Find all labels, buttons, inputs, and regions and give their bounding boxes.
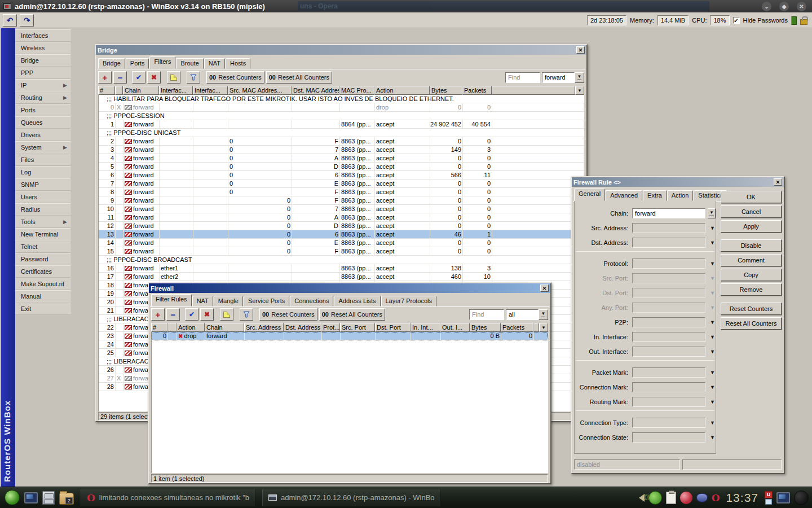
column-header-dst-mac-addres[interactable]: Dst. MAC Addres... xyxy=(292,86,339,95)
sidebar-item-exit[interactable]: Exit xyxy=(15,303,70,315)
apply-button[interactable]: Apply xyxy=(721,220,782,233)
dropdown-arrow-icon[interactable]: ▼ xyxy=(710,290,715,296)
tab-action[interactable]: Action xyxy=(667,190,694,201)
power-mini-icon[interactable]: U xyxy=(765,491,773,498)
field-input-src-port[interactable] xyxy=(632,273,705,283)
sidebar-item-files[interactable]: Files xyxy=(15,154,70,166)
column-header-dst-port[interactable]: Dst. Port xyxy=(375,323,411,332)
table-row[interactable]: 3forward078863 (pp...accept1493 xyxy=(99,146,584,154)
field-input-any-port[interactable] xyxy=(632,303,705,313)
column-header-action[interactable]: Action xyxy=(374,86,430,95)
suse-updater-icon[interactable] xyxy=(648,491,662,505)
red-orb-tray-icon[interactable] xyxy=(680,492,692,504)
sidebar-item-interfaces[interactable]: Interfaces xyxy=(15,29,70,42)
field-input-src-address[interactable] xyxy=(632,223,705,233)
comment-button[interactable] xyxy=(167,71,180,84)
sidebar-item-make-supout-rif[interactable]: Make Supout.rif xyxy=(15,278,70,290)
sidebar-item-ports[interactable]: Ports xyxy=(15,104,70,116)
dropdown-arrow-icon[interactable]: ▼ xyxy=(710,435,715,440)
dropdown-arrow-icon[interactable]: ▼ xyxy=(710,275,715,281)
tab-advanced[interactable]: Advanced xyxy=(606,190,642,201)
sidebar-item-ip[interactable]: IP▶ xyxy=(15,79,70,91)
reset-all-counters-button[interactable]: 00Reset All Counters xyxy=(319,308,385,321)
reset-all-counters-button[interactable]: 00Reset All Counters xyxy=(266,71,332,84)
tab-service-ports[interactable]: Service Ports xyxy=(244,296,289,306)
table-row[interactable]: 13forward068863 (pp...accept461 xyxy=(99,230,584,239)
dropdown-arrow-icon[interactable]: ▼ xyxy=(710,334,715,340)
tab-filter-rules[interactable]: Filter Rules xyxy=(151,294,192,306)
remove-button[interactable]: Remove xyxy=(721,283,782,296)
sidebar-item-manual[interactable]: Manual xyxy=(15,290,70,303)
tab-ports[interactable]: Ports xyxy=(126,58,149,69)
sidebar-item-new-terminal[interactable]: New Terminal xyxy=(15,228,70,240)
column-header-in-int[interactable]: In. Int... xyxy=(411,323,440,332)
column-select-icon[interactable]: ▼ xyxy=(539,323,548,332)
blue-mini-icon[interactable] xyxy=(765,499,772,505)
monitor-tray-icon[interactable] xyxy=(776,492,790,503)
column-header-src-address[interactable]: Src. Address xyxy=(244,323,284,332)
tab-broute[interactable]: Broute xyxy=(176,58,203,69)
table-row[interactable]: 12forward0D8863 (pp...accept00 xyxy=(99,222,584,230)
table-row[interactable]: 7forward0E8863 (pp...accept00 xyxy=(99,179,584,188)
tab-nat[interactable]: NAT xyxy=(192,296,213,306)
dropdown-arrow-icon[interactable]: ▼ xyxy=(710,349,715,354)
table-row[interactable]: 0Xforwarddrop00 xyxy=(99,103,584,112)
remove-button[interactable]: − xyxy=(113,71,127,84)
add-button[interactable]: + xyxy=(98,71,112,84)
close-icon[interactable]: ✕ xyxy=(540,284,549,292)
field-input-packet-mark[interactable] xyxy=(632,367,705,378)
tab-general[interactable]: General xyxy=(574,189,605,201)
table-row[interactable]: 17forwardether28863 (pp...accept46010 xyxy=(99,273,584,281)
column-header-interfac[interactable]: Interfac... xyxy=(193,86,228,95)
chevron-down-icon[interactable]: ▼ xyxy=(539,309,548,320)
desktop-pager-icon[interactable]: 2 xyxy=(59,493,74,505)
table-row[interactable]: 15forward0F8863 (pp...accept00 xyxy=(99,247,584,256)
chain-filter-select[interactable]: all ▼ xyxy=(506,309,548,320)
tab-address-lists[interactable]: Address Lists xyxy=(334,296,380,306)
close-icon[interactable]: ✕ xyxy=(774,178,782,186)
sidebar-item-password[interactable]: Password xyxy=(15,253,70,265)
tab-extra[interactable]: Extra xyxy=(643,190,667,201)
column-header-chain[interactable]: Chain xyxy=(123,86,159,95)
taskbar-task-opera[interactable]: O limitando conexoes simultaneas no mikr… xyxy=(81,489,255,506)
filter-button[interactable] xyxy=(187,71,200,84)
column-header-packets[interactable]: Packets xyxy=(462,86,492,95)
beetle-tray-icon[interactable] xyxy=(696,493,708,502)
close-icon[interactable]: ✕ xyxy=(576,46,585,54)
copy-button[interactable]: Copy xyxy=(721,269,782,281)
add-button[interactable]: + xyxy=(151,308,165,321)
dropdown-arrow-icon[interactable]: ▼ xyxy=(710,399,715,405)
sidebar-item-bridge[interactable]: Bridge xyxy=(15,54,70,67)
opera-tray-icon[interactable]: O xyxy=(712,492,720,503)
combo-down-icon[interactable]: ▼ xyxy=(708,208,716,218)
table-row[interactable]: 5forward0D8863 (pp...accept00 xyxy=(99,163,584,171)
column-header-chain[interactable]: Chain xyxy=(205,323,244,332)
field-input-dst-port[interactable] xyxy=(632,288,705,298)
sidebar-item-radius[interactable]: Radius xyxy=(15,203,70,216)
table-row[interactable]: 2forward0F8863 (pp...accept00 xyxy=(99,137,584,146)
sidebar-item-wireless[interactable]: Wireless xyxy=(15,42,70,54)
table-row[interactable]: 4forward0A8863 (pp...accept00 xyxy=(99,154,584,163)
column-header-[interactable]: # xyxy=(151,323,167,332)
dropdown-arrow-icon[interactable]: ▼ xyxy=(710,370,715,375)
column-header-bytes[interactable]: Bytes xyxy=(430,86,462,95)
field-input-connection-state[interactable] xyxy=(632,432,705,443)
volume-icon[interactable] xyxy=(639,494,645,502)
sidebar-item-log[interactable]: Log xyxy=(15,166,70,178)
dropdown-arrow-icon[interactable]: ▼ xyxy=(710,305,715,310)
dialog-titlebar[interactable]: Firewall Rule <> ✕ xyxy=(572,177,784,187)
filter-button[interactable] xyxy=(240,308,253,321)
field-input-out-interface[interactable] xyxy=(632,347,705,357)
sidebar-item-routing[interactable]: Routing▶ xyxy=(15,91,70,104)
shade-button[interactable]: ⌄ xyxy=(762,2,771,11)
disable-button[interactable]: ✖ xyxy=(147,71,161,84)
file-manager-icon[interactable] xyxy=(42,491,55,505)
tab-bridge[interactable]: Bridge xyxy=(98,58,125,69)
column-header-interfac[interactable]: Interfac... xyxy=(159,86,193,95)
disable-button[interactable]: Disable xyxy=(721,239,782,252)
cancel-button[interactable]: Cancel xyxy=(721,205,782,218)
table-row[interactable]: 6forward068863 (pp...accept56611 xyxy=(99,171,584,179)
dropdown-arrow-icon[interactable]: ▼ xyxy=(710,319,715,325)
reset-counters-button[interactable]: Reset Counters xyxy=(721,303,782,315)
tab-layer7-protocols[interactable]: Layer7 Protocols xyxy=(381,296,437,306)
